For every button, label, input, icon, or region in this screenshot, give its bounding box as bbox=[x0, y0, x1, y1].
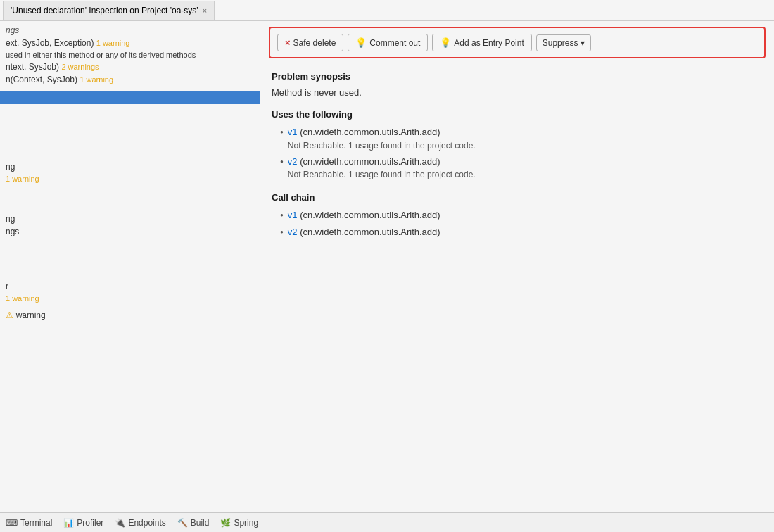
spacer-1 bbox=[0, 104, 260, 160]
add-entry-point-button[interactable]: 💡 Add as Entry Point bbox=[432, 34, 531, 51]
uses-following-section: Uses the following v1 (cn.wideth.common.… bbox=[272, 109, 763, 181]
uses-item-1: v1 (cn.wideth.common.utils.Arith.add) No… bbox=[280, 125, 763, 152]
tab-close-icon[interactable]: × bbox=[203, 6, 207, 15]
uses-link-v1[interactable]: v1 bbox=[288, 127, 298, 137]
warning-badge-3: 2 warnings bbox=[61, 63, 99, 71]
uses-item-2-detail: (cn.wideth.common.utils.Arith.add) bbox=[300, 156, 440, 167]
list-item-ngs-sub[interactable]: ngs bbox=[0, 225, 260, 238]
item-text-2: used in either this method or any of its… bbox=[6, 51, 196, 59]
endpoints-label: Endpoints bbox=[128, 518, 165, 528]
content-area: Problem synopsis Method is never used. U… bbox=[260, 64, 774, 512]
add-entry-icon: 💡 bbox=[440, 37, 451, 48]
comment-out-icon: 💡 bbox=[355, 37, 367, 48]
item-text-4: n(Context, SysJob) bbox=[6, 75, 80, 84]
profiler-tool[interactable]: 📊 Profiler bbox=[63, 518, 103, 528]
spring-label: Spring bbox=[234, 518, 258, 528]
action-toolbar: × Safe delete 💡 Comment out 💡 Add as Ent… bbox=[269, 27, 766, 58]
bottom-warning-area: ⚠ warning bbox=[0, 304, 260, 326]
call-chain-item-2: v2 (cn.wideth.common.utils.Arith.add) bbox=[280, 225, 763, 239]
list-item-1[interactable]: ext, SysJob, Exception) 1 warning bbox=[0, 37, 260, 49]
list-item-2[interactable]: used in either this method or any of its… bbox=[0, 49, 260, 61]
right-panel: × Safe delete 💡 Comment out 💡 Add as Ent… bbox=[260, 21, 774, 512]
call-chain-1-text: v1 (cn.wideth.common.utils.Arith.add) bbox=[288, 208, 440, 222]
call-chain-list: v1 (cn.wideth.common.utils.Arith.add) v2… bbox=[272, 208, 763, 239]
suppress-label: Suppress bbox=[543, 38, 578, 48]
uses-item-2-sub: Not Reachable. 1 usage found in the proj… bbox=[288, 168, 476, 181]
call-chain-section: Call chain v1 (cn.wideth.common.utils.Ar… bbox=[272, 192, 763, 239]
safe-delete-icon: × bbox=[285, 37, 291, 48]
list-item-3[interactable]: ntext, SysJob) 2 warnings bbox=[0, 61, 260, 73]
left-header-text-1: ngs bbox=[6, 25, 19, 35]
inspection-tab[interactable]: 'Unused declaration' Inspection on Proje… bbox=[3, 1, 215, 20]
uses-following-title: Uses the following bbox=[272, 109, 763, 120]
spacer-2 bbox=[0, 184, 260, 213]
item-ngs-text: ng bbox=[6, 214, 15, 224]
spring-tool[interactable]: 🌿 Spring bbox=[220, 518, 258, 528]
bottom-toolbar: ⌨ Terminal 📊 Profiler 🔌 Endpoints 🔨 Buil… bbox=[0, 512, 774, 532]
warning-badge-4: 1 warning bbox=[80, 75, 113, 84]
uses-item-1-text: v1 (cn.wideth.common.utils.Arith.add) bbox=[288, 125, 476, 139]
safe-delete-button[interactable]: × Safe delete bbox=[277, 34, 343, 51]
safe-delete-label: Safe delete bbox=[293, 38, 336, 48]
endpoints-tool[interactable]: 🔌 Endpoints bbox=[115, 518, 165, 528]
call-chain-item-1: v1 (cn.wideth.common.utils.Arith.add) bbox=[280, 208, 763, 222]
build-label: Build bbox=[191, 518, 210, 528]
comment-out-label: Comment out bbox=[369, 38, 420, 48]
terminal-tool[interactable]: ⌨ Terminal bbox=[6, 518, 52, 528]
call-chain-link-v1[interactable]: v1 bbox=[288, 210, 298, 220]
uses-item-2-text: v2 (cn.wideth.common.utils.Arith.add) bbox=[288, 155, 476, 169]
add-entry-label: Add as Entry Point bbox=[454, 38, 524, 48]
suppress-dropdown-icon: ▾ bbox=[580, 38, 585, 48]
profiler-icon: 📊 bbox=[63, 518, 74, 528]
warning-badge-1: 1 warning bbox=[96, 39, 130, 47]
build-tool[interactable]: 🔨 Build bbox=[177, 518, 210, 528]
build-icon: 🔨 bbox=[177, 518, 188, 528]
call-chain-2-detail: (cn.wideth.common.utils.Arith.add) bbox=[300, 227, 440, 237]
call-chain-2-text: v2 (cn.wideth.common.utils.Arith.add) bbox=[288, 225, 440, 239]
list-item-selected[interactable] bbox=[0, 91, 260, 104]
item-text-3: ntext, SysJob) bbox=[6, 62, 61, 72]
problem-text: Method is never used. bbox=[272, 87, 763, 98]
bottom-warning-icon: ⚠ bbox=[6, 310, 13, 320]
list-item-warning-1[interactable]: 1 warning bbox=[0, 173, 260, 184]
warning-text-2: 1 warning bbox=[6, 294, 39, 303]
tab-label: 'Unused declaration' Inspection on Proje… bbox=[11, 6, 198, 15]
item-ngs-sub-text: ngs bbox=[6, 227, 19, 236]
terminal-icon: ⌨ bbox=[6, 518, 18, 528]
tab-bar: 'Unused declaration' Inspection on Proje… bbox=[0, 0, 774, 21]
main-layout: ngs ext, SysJob, Exception) 1 warning us… bbox=[0, 21, 774, 512]
uses-item-2: v2 (cn.wideth.common.utils.Arith.add) No… bbox=[280, 155, 763, 182]
list-item-r[interactable]: r bbox=[0, 280, 260, 293]
list-item-header-1[interactable]: ngs bbox=[0, 24, 260, 37]
uses-item-2-content: v2 (cn.wideth.common.utils.Arith.add) No… bbox=[288, 155, 476, 182]
uses-item-1-detail: (cn.wideth.common.utils.Arith.add) bbox=[300, 127, 440, 137]
endpoints-icon: 🔌 bbox=[115, 518, 125, 528]
terminal-label: Terminal bbox=[20, 518, 52, 528]
spring-icon: 🌿 bbox=[220, 518, 231, 528]
call-chain-1-detail: (cn.wideth.common.utils.Arith.add) bbox=[300, 210, 440, 220]
uses-item-1-sub: Not Reachable. 1 usage found in the proj… bbox=[288, 139, 476, 152]
problem-synopsis-title: Problem synopsis bbox=[272, 71, 763, 82]
list-item-warning-2[interactable]: 1 warning bbox=[0, 293, 260, 304]
profiler-label: Profiler bbox=[77, 518, 103, 528]
problem-synopsis-section: Problem synopsis Method is never used. bbox=[272, 71, 763, 98]
uses-following-list: v1 (cn.wideth.common.utils.Arith.add) No… bbox=[272, 125, 763, 181]
left-group-1: ngs ext, SysJob, Exception) 1 warning us… bbox=[0, 24, 260, 86]
left-panel: ngs ext, SysJob, Exception) 1 warning us… bbox=[0, 21, 260, 512]
suppress-button[interactable]: Suppress ▾ bbox=[536, 34, 592, 51]
comment-out-button[interactable]: 💡 Comment out bbox=[348, 34, 428, 51]
list-item-ng[interactable]: ng bbox=[0, 160, 260, 173]
warning-text-1: 1 warning bbox=[6, 175, 39, 183]
call-chain-link-v2[interactable]: v2 bbox=[288, 227, 298, 237]
item-r-text: r bbox=[6, 281, 8, 291]
item-ng-text: ng bbox=[6, 162, 15, 172]
item-text-1: ext, SysJob, Exception) bbox=[6, 38, 96, 48]
uses-item-1-content: v1 (cn.wideth.common.utils.Arith.add) No… bbox=[288, 125, 476, 152]
bottom-warning-label: warning bbox=[16, 310, 46, 320]
spacer-3 bbox=[0, 238, 260, 280]
list-item-4[interactable]: n(Context, SysJob) 1 warning bbox=[0, 73, 260, 86]
uses-link-v2[interactable]: v2 bbox=[288, 156, 298, 167]
call-chain-title: Call chain bbox=[272, 192, 763, 203]
list-item-ngs[interactable]: ng bbox=[0, 213, 260, 225]
selected-item-text bbox=[14, 93, 16, 103]
